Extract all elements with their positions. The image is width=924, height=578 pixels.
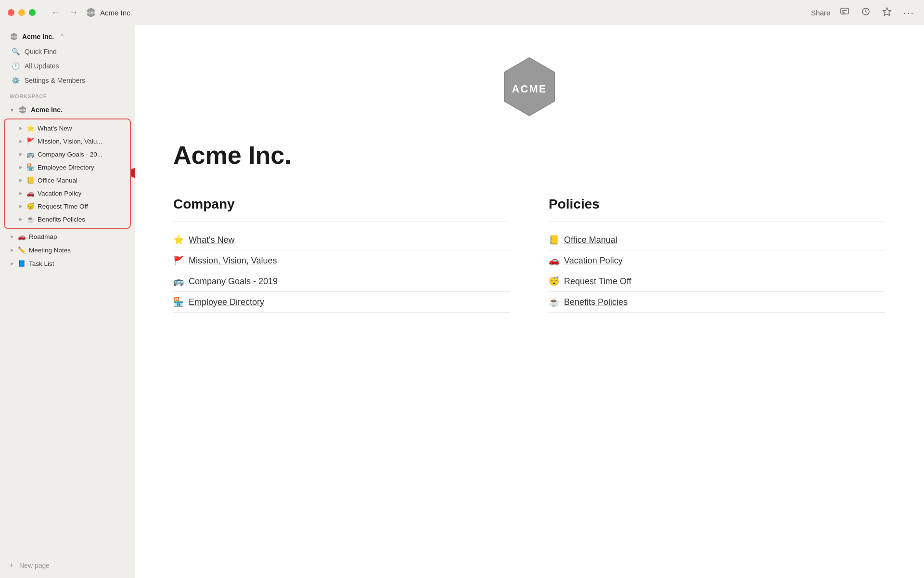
link-office-manual[interactable]: 📒 Office Manual [549,230,886,250]
benefits-emoji: ☕ [26,215,35,223]
company-column: Company ⭐ What's New 🚩 Mission, Vision, … [173,197,510,313]
roadmap-emoji: 🚗 [18,233,26,240]
page-breadcrumb: ACME Acme Inc. [86,7,132,18]
employee-emoji: 🏪 [26,163,35,171]
acme-logo-container: ACME [173,54,886,121]
expand-roadmap[interactable] [10,234,15,239]
link-goals[interactable]: 🚌 Company Goals - 2019 [173,271,510,292]
chevron-down-icon: ▼ [10,107,14,113]
app-body: ACME Acme Inc. ⌃ 🔍 Quick Find 🕐 All Upda… [0,25,924,578]
gear-icon: ⚙️ [12,77,20,84]
workspace-root-expanded[interactable]: ▼ ACME Acme Inc. [4,103,131,117]
workspace-root[interactable]: ACME Acme Inc. ⌃ [4,29,131,44]
star-icon [882,7,892,16]
more-icon: ··· [903,7,914,18]
policies-divider [549,222,886,222]
expand-request-time[interactable] [18,204,24,209]
expand-office-manual[interactable] [18,178,24,183]
titlebar: ← → ACME Acme Inc. Share [0,0,924,25]
arrow-right-icon [19,152,23,157]
workspace-header: WORKSPACE [0,88,135,102]
expand-task-list[interactable] [10,261,15,266]
office-emoji: 📒 [26,176,35,184]
sidebar-item-meeting-notes[interactable]: ✏️ Meeting Notes [4,244,131,256]
link-emoji-whats-new: ⭐ [173,235,184,245]
sidebar-item-vacation-policy[interactable]: 🚗 Vacation Policy [7,187,128,199]
link-emoji-vacation: 🚗 [549,255,559,266]
sidebar-item-benefits[interactable]: ☕ Benefits Policies [7,213,128,225]
request-emoji: 😴 [26,202,35,210]
expand-vacation[interactable] [18,191,24,196]
company-divider [173,222,510,222]
expand-goals[interactable] [18,152,24,157]
link-request-time[interactable]: 😴 Request Time Off [549,271,886,292]
whats-new-emoji: ⭐ [26,124,35,132]
goals-emoji: 🚌 [26,150,35,158]
link-emoji-benefits: ☕ [549,297,559,307]
minimize-button[interactable] [18,9,25,16]
arrow-right-icon [19,204,23,209]
sidebar-item-whats-new[interactable]: ⭐ What's New [7,122,128,134]
search-icon: 🔍 [12,48,20,55]
link-employee-dir[interactable]: 🏪 Employee Directory [173,292,510,313]
sidebar-item-mission[interactable]: 🚩 Mission, Vision, Valu... [7,135,128,147]
back-button[interactable]: ← [47,6,64,20]
arrow-right-icon [19,139,23,144]
link-emoji-goals: 🚌 [173,276,184,287]
arrow-right-icon [11,248,14,252]
expand-mission[interactable] [18,139,24,144]
favorite-button[interactable] [880,5,894,21]
sidebar-item-roadmap[interactable]: 🚗 Roadmap [4,230,131,243]
svg-text:ACME: ACME [512,83,547,95]
link-emoji-mission: 🚩 [173,255,184,266]
comment-icon [840,7,849,16]
share-button[interactable]: Share [811,9,830,17]
sidebar-item-settings[interactable]: ⚙️ Settings & Members [4,74,131,87]
plus-icon: ＋ [8,560,15,570]
expand-employee-dir[interactable] [18,165,24,170]
link-emoji-request: 😴 [549,276,559,287]
acme-logo: ACME [496,54,563,121]
sidebar-item-office-manual[interactable]: 📒 Office Manual [7,174,128,186]
arrow-right-icon [19,165,23,170]
sidebar-item-quick-find[interactable]: 🔍 Quick Find [4,45,131,58]
more-button[interactable]: ··· [901,5,916,20]
policies-column: Policies 📒 Office Manual 🚗 Vacation Poli… [549,197,886,313]
svg-marker-6 [883,8,891,15]
expand-whats-new[interactable] [18,126,24,131]
link-mission[interactable]: 🚩 Mission, Vision, Values [173,250,510,271]
sidebar: ACME Acme Inc. ⌃ 🔍 Quick Find 🕐 All Upda… [0,25,135,578]
link-whats-new[interactable]: ⭐ What's New [173,230,510,250]
history-button[interactable] [859,5,873,21]
svg-text:ACME: ACME [19,108,26,111]
expand-benefits[interactable] [18,217,24,222]
arrow-right-icon [19,178,23,183]
arrow-right-icon [11,261,14,266]
expand-meeting-notes[interactable] [10,248,15,252]
history-icon [861,7,871,16]
sidebar-item-employee-dir[interactable]: 🏪 Employee Directory [7,161,128,173]
link-vacation-policy[interactable]: 🚗 Vacation Policy [549,250,886,271]
close-button[interactable] [8,9,14,16]
workspace-chevron: ⌃ [60,33,64,40]
sidebar-item-all-updates[interactable]: 🕐 All Updates [4,59,131,73]
vacation-emoji: 🚗 [26,189,35,197]
nav-controls: ← → [47,6,82,20]
meeting-emoji: ✏️ [18,246,26,254]
page-title: Acme Inc. [173,141,886,170]
link-benefits[interactable]: ☕ Benefits Policies [549,292,886,313]
sidebar-item-task-list[interactable]: 📘 Task List [4,257,131,270]
comments-button[interactable] [838,5,851,21]
page-icon: ACME [86,7,96,18]
red-arrow-annotation [131,166,135,182]
red-arrow-icon [131,166,135,180]
main-content: ACME Acme Inc. Company ⭐ What's New 🚩 Mi… [135,25,924,578]
workspace-icon: ACME [10,32,18,41]
sidebar-item-goals[interactable]: 🚌 Company Goals - 20... [7,148,128,160]
new-page-button[interactable]: ＋ New page [0,556,135,574]
sidebar-item-request-time[interactable]: 😴 Request Time Off [7,200,128,212]
company-heading: Company [173,197,510,212]
titlebar-actions: Share ··· [811,5,916,21]
forward-button[interactable]: → [65,6,82,20]
maximize-button[interactable] [29,9,36,16]
